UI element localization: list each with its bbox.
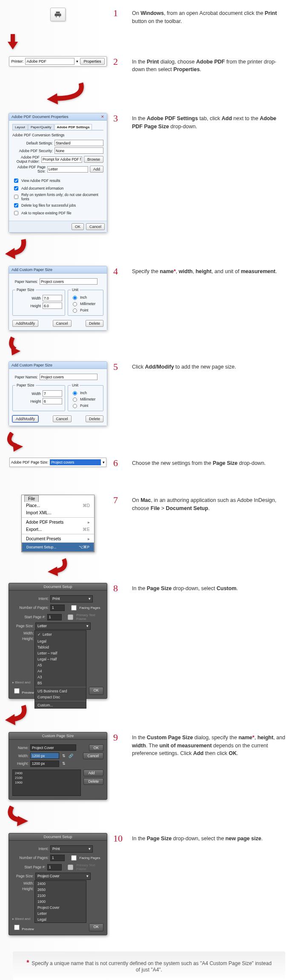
menu-item[interactable]: Export...⌘E [22,526,94,533]
menu-item[interactable]: Import XML... [22,509,94,516]
dropdown-option[interactable]: Legal [35,638,86,644]
tab-paper[interactable]: Paper/Quality [28,124,54,130]
step-number: 4 [113,266,118,277]
unit-inch-radio[interactable] [73,296,77,300]
properties-button[interactable]: Properties [80,58,104,65]
dropdown-option[interactable]: 1900 [35,899,86,905]
primary-frame-check [68,614,73,620]
start-page-input[interactable] [47,614,62,620]
ok-button[interactable]: OK [89,687,103,695]
cancel-button[interactable]: Cancel [53,415,72,422]
dropdown-option[interactable]: Legal – Half [35,656,86,662]
option-check[interactable] [14,195,18,199]
preview-check[interactable] [14,688,20,694]
dropdown-option[interactable]: Tabloid [35,644,86,650]
unit-pt-radio[interactable] [73,308,77,313]
preview-check[interactable] [14,925,20,930]
unit-inch-radio[interactable] [73,391,77,395]
add-button[interactable]: Add [90,166,103,173]
page-size-dropdown[interactable]: 2400265021001900Project CoverLetterLegal [34,880,86,923]
tab-pdf-settings[interactable]: Adobe PDF Settings [54,124,92,130]
page-size-select[interactable]: Project Cover▾ [35,873,91,880]
field-input[interactable] [41,156,82,163]
page-size-value[interactable]: Project covers [50,459,101,465]
cancel-button[interactable]: Cancel [83,752,103,759]
dropdown-option[interactable]: B5 [35,680,86,686]
file-menu-tab[interactable]: File [24,495,39,502]
intent-select[interactable]: Print▾ [50,595,93,602]
dropdown-option[interactable]: Project Cover [35,905,86,911]
dropdown-option[interactable]: 2400 [35,881,86,887]
cancel-button[interactable]: Cancel [86,223,105,230]
dropdown-option[interactable]: A5 [35,662,86,668]
paper-names-input[interactable] [40,278,97,285]
height-input[interactable] [30,761,59,767]
list-item[interactable]: 2400 [14,771,80,775]
facing-pages-check[interactable] [71,605,77,611]
paper-names-input[interactable] [40,374,97,380]
delete-button[interactable]: Delete [86,415,103,422]
field-input[interactable] [47,166,88,173]
printer-select[interactable] [25,58,74,65]
option-check[interactable] [14,179,18,183]
cancel-button[interactable]: Cancel [53,320,72,327]
num-pages-input[interactable] [50,855,65,861]
dropdown-option[interactable]: A4 [35,668,86,674]
width-input[interactable] [43,390,62,397]
ok-button[interactable]: OK [89,744,103,751]
name-input[interactable] [30,744,76,751]
browse-button[interactable]: Browse [84,156,103,163]
add-modify-button[interactable]: Add/Modify [12,320,38,327]
dropdown-option[interactable]: Letter – Half [35,650,86,656]
option-check[interactable] [14,211,18,215]
field-label: Adobe PDF Security: [12,149,53,153]
dropdown-icon[interactable]: ▾ [103,460,105,464]
dropdown-option[interactable]: US Business Card [35,688,86,694]
menu-item[interactable]: Place...⌘D [22,502,94,509]
dropdown-option[interactable]: Legal [35,917,86,922]
field-input[interactable] [54,147,103,154]
width-input[interactable] [43,295,62,301]
menu-item[interactable]: Document Setup...⌥⌘P [22,542,94,552]
width-input[interactable] [30,752,59,759]
facing-pages-check[interactable] [71,855,77,861]
option-label: Add document information [21,186,63,190]
close-icon[interactable]: ✕ [101,115,104,119]
list-item[interactable]: 1900 [14,780,80,785]
menu-item[interactable]: Document Presets▸ [22,535,94,542]
dropdown-option[interactable]: Compact Disc [35,694,86,700]
dropdown-option[interactable]: 2100 [35,893,86,899]
option-check[interactable] [14,203,18,208]
start-page-input[interactable] [47,864,62,870]
delete-button[interactable]: Delete [86,320,103,327]
dropdown-option[interactable]: Letter [35,911,86,917]
field-input[interactable] [54,140,103,146]
step-number: 1 [113,8,118,19]
add-modify-button[interactable]: Add/Modify [12,415,38,422]
dropdown-icon[interactable]: ▾ [76,59,78,63]
unit-mm-radio[interactable] [73,398,77,402]
list-item[interactable]: 2100 [14,775,80,780]
dropdown-option[interactable]: A3 [35,674,86,680]
num-pages-input[interactable] [50,605,65,611]
height-input[interactable] [43,303,62,309]
page-size-dropdown[interactable]: LetterLegalTabloidLetter – HalfLegal – H… [34,630,86,709]
page-size-select[interactable]: Letter▾ [35,623,91,630]
dropdown-option[interactable]: Custom... [35,702,86,708]
ok-button[interactable]: OK [89,923,103,931]
menu-item[interactable]: Adobe PDF Presets▸ [22,519,94,526]
ok-button[interactable]: OK [72,223,84,230]
tab-layout[interactable]: Layout [12,124,28,130]
dropdown-option[interactable]: Letter [35,631,86,637]
option-check[interactable] [14,186,18,190]
print-button[interactable] [50,8,66,21]
intent-select[interactable]: Print▾ [50,845,93,853]
unit-pt-radio[interactable] [73,404,77,408]
field-label: Adobe PDF Page Size: [12,165,46,173]
size-list[interactable]: 240021001900 [12,770,81,796]
unit-mm-radio[interactable] [73,302,77,306]
add-button[interactable]: Add [83,770,103,776]
delete-button[interactable]: Delete [83,778,103,785]
height-input[interactable] [43,398,62,404]
dropdown-option[interactable]: 2650 [35,887,86,893]
